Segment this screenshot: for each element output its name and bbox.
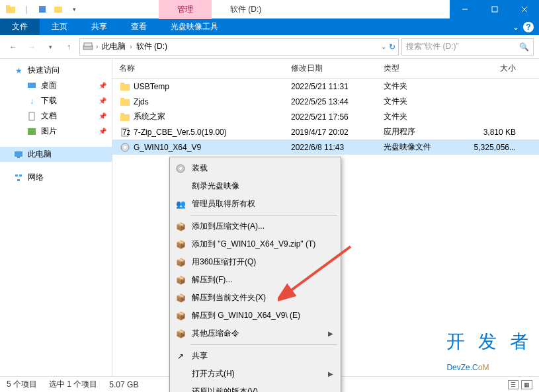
ribbon-expand-icon[interactable]: ⌄ <box>513 22 519 32</box>
menu-open-with[interactable]: 打开方式(H)▶ <box>172 365 339 383</box>
breadcrumb-dropdown-icon[interactable]: ⌄ <box>381 43 386 50</box>
file-row[interactable]: G_WIN10_X64_V92022/6/8 11:43光盘映像文件5,325,… <box>112 139 539 155</box>
forward-button[interactable]: → <box>24 39 40 55</box>
zip-icon: 📦 <box>175 311 187 321</box>
pin-icon: 📌 <box>99 128 112 135</box>
svg-rect-14 <box>17 157 20 158</box>
up-button[interactable]: ↑ <box>61 39 77 55</box>
properties-icon[interactable] <box>37 5 48 14</box>
recent-dropdown[interactable]: ▾ <box>42 39 58 55</box>
ribbon-share[interactable]: 共享 <box>79 19 119 35</box>
ribbon-home[interactable]: 主页 <box>40 19 79 35</box>
zip-icon: 📦 <box>175 221 187 232</box>
dropdown-icon[interactable]: ▾ <box>69 5 79 14</box>
file-type: 应用程序 <box>384 126 463 137</box>
folder-icon <box>119 112 131 122</box>
sidebar-pictures[interactable]: 图片📌 <box>0 124 112 139</box>
maximize-button[interactable] <box>479 0 509 19</box>
menu-open-360[interactable]: 📦用360压缩打开(Q) <box>172 253 339 271</box>
menu-restore[interactable]: 还原以前的版本(V) <box>172 383 339 392</box>
sidebar-downloads[interactable]: ↓下载📌 <box>0 93 112 108</box>
title-tab-manage[interactable]: 管理 <box>159 0 212 19</box>
sidebar-this-pc[interactable]: 此电脑 <box>0 147 112 162</box>
view-details-icon[interactable]: ☰ <box>508 380 518 389</box>
nav-bar: ← → ▾ ↑ › 此电脑 › 软件 (D:) ⌄ ↻ 搜索"软件 (D:)" … <box>0 35 539 59</box>
folder-icon <box>5 5 16 14</box>
view-icons-icon[interactable]: ▦ <box>521 380 532 389</box>
status-size: 5.07 GB <box>109 380 138 389</box>
svg-rect-17 <box>17 179 20 181</box>
file-date: 2022/5/25 13:44 <box>291 97 384 106</box>
col-size[interactable]: 大小 <box>463 63 529 74</box>
file-type: 光盘映像文件 <box>384 141 463 153</box>
help-icon[interactable]: ? <box>523 22 534 32</box>
status-count: 5 个项目 <box>7 379 37 390</box>
search-input[interactable]: 搜索"软件 (D:)" 🔍 <box>401 38 534 56</box>
svg-rect-1 <box>6 5 10 7</box>
breadcrumb-drive[interactable]: 软件 (D:) <box>135 41 169 52</box>
pin-icon: 📌 <box>99 97 112 104</box>
menu-separator <box>190 215 337 216</box>
iso-icon <box>119 142 131 153</box>
svg-text:7z: 7z <box>122 128 130 137</box>
users-icon: 👥 <box>175 199 187 210</box>
menu-extract-here[interactable]: 📦解压到当前文件夹(X) <box>172 289 339 307</box>
close-button[interactable] <box>509 0 539 19</box>
menu-extract-to[interactable]: 📦解压到(F)... <box>172 271 339 289</box>
sidebar: ★快速访问 桌面📌 ↓下载📌 文档📌 图片📌 此电脑 网络 <box>0 59 112 376</box>
desktop-icon <box>26 81 37 91</box>
sidebar-quick-access[interactable]: ★快速访问 <box>0 63 112 78</box>
watermark: 开 发 者 DevZe.CoM <box>446 329 532 375</box>
column-headers: 名称 修改日期 类型 大小 <box>112 59 539 79</box>
svg-rect-13 <box>15 151 22 157</box>
col-type[interactable]: 类型 <box>384 63 463 74</box>
share-icon: ↗ <box>175 351 187 362</box>
ribbon-view[interactable]: 查看 <box>119 19 159 35</box>
status-selected: 选中 1 个项目 <box>49 379 97 390</box>
sidebar-documents[interactable]: 文档📌 <box>0 108 112 124</box>
pc-icon <box>13 149 24 160</box>
sidebar-desktop[interactable]: 桌面📌 <box>0 78 112 93</box>
menu-add-zip-name[interactable]: 📦添加到 "G_WIN10_X64_V9.zip" (T) <box>172 235 339 253</box>
file-date: 2022/5/21 11:31 <box>291 82 384 91</box>
breadcrumb-pc[interactable]: 此电脑 <box>101 41 127 52</box>
refresh-icon[interactable]: ↻ <box>389 42 395 52</box>
menu-burn[interactable]: 刻录光盘映像 <box>172 177 339 195</box>
file-type: 文件夹 <box>384 111 463 122</box>
svg-rect-23 <box>120 113 124 115</box>
sidebar-network[interactable]: 网络 <box>0 170 112 185</box>
svg-rect-18 <box>120 84 130 91</box>
menu-other-compress[interactable]: 📦其他压缩命令▶ <box>172 325 339 342</box>
download-icon: ↓ <box>26 96 37 106</box>
menu-share[interactable]: ↗共享 <box>172 347 339 365</box>
picture-icon <box>26 126 37 137</box>
folder-icon <box>119 81 131 92</box>
menu-add-zip[interactable]: 📦添加到压缩文件(A)... <box>172 217 339 235</box>
menu-extract-folder[interactable]: 📦解压到 G_WIN10_X64_V9\ (E) <box>172 307 339 325</box>
col-name[interactable]: 名称 <box>119 63 291 74</box>
file-row[interactable]: Zjds2022/5/25 13:44文件夹 <box>112 94 539 109</box>
folder-icon-small[interactable] <box>53 5 63 14</box>
context-menu: 装载 刻录光盘映像 👥管理员取得所有权 📦添加到压缩文件(A)... 📦添加到 … <box>169 157 341 392</box>
back-button[interactable]: ← <box>5 39 21 55</box>
file-row[interactable]: USBTemp2022/5/21 11:31文件夹 <box>112 79 539 94</box>
svg-rect-21 <box>120 98 124 100</box>
ribbon-file[interactable]: 文件 <box>0 19 40 35</box>
file-name: Zjds <box>134 97 149 106</box>
svg-rect-0 <box>6 7 15 13</box>
chevron-right-icon[interactable]: › <box>96 43 98 50</box>
col-date[interactable]: 修改日期 <box>291 63 384 74</box>
file-name: USBTemp <box>134 82 169 91</box>
drive-icon <box>83 42 93 52</box>
file-row[interactable]: 7z7-Zip_CBE_Ver.5.0(19.00)2019/4/17 20:0… <box>112 124 539 139</box>
menu-mount[interactable]: 装载 <box>172 159 339 177</box>
file-name: 7-Zip_CBE_Ver.5.0(19.00) <box>134 128 227 137</box>
chevron-right-icon[interactable]: › <box>130 43 132 50</box>
minimize-button[interactable] <box>450 0 479 19</box>
breadcrumb[interactable]: › 此电脑 › 软件 (D:) ⌄ ↻ <box>79 38 399 56</box>
file-row[interactable]: 系统之家2022/5/21 17:56文件夹 <box>112 109 539 124</box>
ribbon-disc-tool[interactable]: 光盘映像工具 <box>159 19 230 35</box>
search-icon[interactable]: 🔍 <box>519 42 529 52</box>
menu-admin[interactable]: 👥管理员取得所有权 <box>172 195 339 213</box>
document-icon <box>26 111 37 122</box>
